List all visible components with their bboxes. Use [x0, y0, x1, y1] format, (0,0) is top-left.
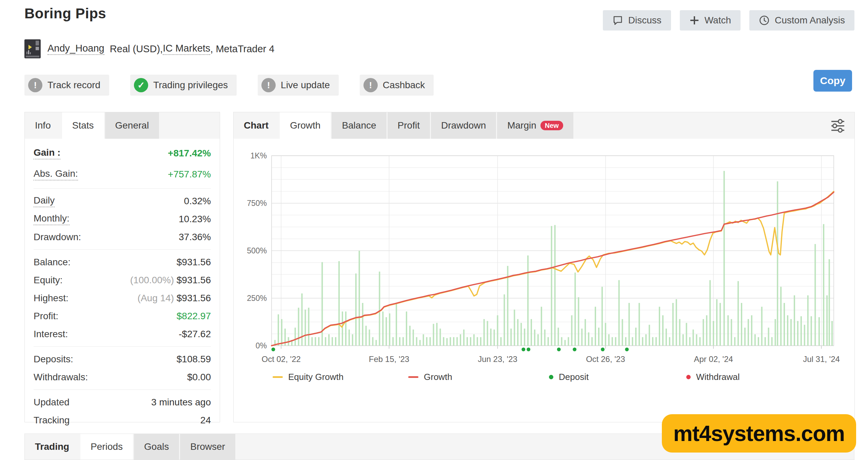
volume-bar: [439, 329, 441, 346]
volume-bar: [470, 337, 471, 346]
watch-button[interactable]: Watch: [680, 10, 741, 31]
stat-row-deposits: Deposits:$108.59: [34, 350, 211, 368]
stat-label[interactable]: Monthly:: [34, 213, 70, 225]
tab-label: Profit: [398, 120, 420, 131]
copy-button[interactable]: Copy: [813, 70, 852, 92]
stat-label: Profit:: [34, 311, 58, 322]
info-tab-stats[interactable]: Stats: [62, 112, 104, 139]
y-axis-label: 1K%: [250, 151, 267, 160]
volume-bar: [311, 337, 313, 346]
volume-bar: [392, 337, 394, 346]
badge-cashback[interactable]: !Cashback: [360, 75, 434, 96]
stat-label[interactable]: Abs. Gain:: [34, 168, 78, 180]
legend-label: Deposit: [559, 372, 589, 382]
volume-bar: [554, 225, 556, 346]
stats-divider: [34, 389, 211, 390]
chart-tab-profit[interactable]: Profit: [388, 112, 430, 139]
x-axis-label: Apr 02, '24: [694, 354, 733, 364]
filter-sliders-icon: [830, 130, 846, 135]
volume-bar: [541, 307, 542, 346]
volume-bar: [500, 337, 501, 346]
volume-bar: [588, 332, 589, 346]
alert-circle-icon: !: [261, 78, 276, 92]
tab-label: Drawdown: [441, 120, 486, 131]
bottom-tab-browser[interactable]: Browser: [180, 434, 235, 460]
volume-bar: [676, 299, 677, 346]
volume-bar: [534, 329, 535, 346]
info-tab-general[interactable]: General: [105, 112, 159, 139]
volume-bar: [379, 272, 380, 346]
badge-live-update[interactable]: !Live update: [258, 75, 339, 96]
volume-bar: [278, 314, 279, 346]
account-username-link[interactable]: Andy_Hoang: [47, 43, 104, 55]
volume-bar: [585, 319, 586, 346]
volume-bar: [716, 299, 717, 346]
stat-label[interactable]: Gain :: [34, 147, 60, 159]
chart-tab-balance[interactable]: Balance: [332, 112, 386, 139]
custom-analysis-button[interactable]: Custom Analysis: [749, 10, 854, 31]
stat-value-note: (100.00%): [130, 275, 177, 285]
legend-item-equity-growth[interactable]: Equity Growth: [273, 372, 343, 382]
stat-row-withdrawals: Withdrawals:$0.00: [34, 368, 211, 386]
x-axis-label: Oct 02, '22: [262, 354, 301, 364]
volume-bar: [672, 303, 674, 346]
volume-bar: [321, 262, 323, 346]
stat-value: (Aug 14) $931.56: [138, 293, 211, 304]
watch-label: Watch: [705, 15, 731, 26]
tab-label: Growth: [290, 120, 320, 131]
info-tab-info[interactable]: Info: [25, 112, 61, 139]
volume-bar: [713, 321, 714, 346]
bottom-tab-periods[interactable]: Periods: [80, 434, 133, 460]
badge-trading-privileges[interactable]: ✓Trading privileges: [130, 75, 237, 96]
volume-bar: [548, 337, 549, 346]
volume-bar: [625, 337, 627, 346]
stat-row-interest: Interest:-$27.62: [34, 325, 211, 343]
volume-bar: [524, 329, 525, 346]
broker-link[interactable]: IC Markets: [163, 43, 210, 55]
volume-bar: [504, 294, 505, 346]
chart-legend: Equity GrowthGrowthDepositWithdrawal: [234, 372, 854, 387]
info-panel: InfoStatsGeneral Gain :+817.42%Abs. Gain…: [24, 112, 220, 422]
volume-bar: [490, 329, 492, 346]
info-tab-bar: InfoStatsGeneral: [25, 112, 220, 139]
stat-row-updated: Updated3 minutes ago: [34, 393, 211, 411]
bottom-tab-goals[interactable]: Goals: [134, 434, 179, 460]
growth-chart[interactable]: 1K%750%500%250%0%Oct 02, '22Feb 15, '23J…: [234, 139, 854, 376]
stat-row-tracking: Tracking24: [34, 411, 211, 429]
volume-bar: [436, 323, 437, 346]
discuss-button[interactable]: Discuss: [603, 10, 671, 31]
chart-settings-button[interactable]: [830, 118, 846, 134]
volume-bar: [281, 319, 282, 346]
chart-tab-margin[interactable]: MarginNew: [497, 112, 573, 139]
volume-bar: [818, 317, 820, 346]
volume-bar: [484, 319, 485, 346]
stat-value: 37.36%: [179, 232, 211, 243]
chart-tab-drawdown[interactable]: Drawdown: [431, 112, 496, 139]
stat-row-highest: Highest:(Aug 14) $931.56: [34, 289, 211, 307]
stat-label[interactable]: Daily: [34, 195, 55, 207]
stats-list: Gain :+817.42%Abs. Gain:+757.87%Daily0.3…: [25, 139, 220, 429]
volume-bar: [551, 226, 552, 346]
legend-item-growth[interactable]: Growth: [408, 372, 452, 382]
y-axis-label: 0%: [256, 341, 267, 350]
volume-bar: [531, 319, 532, 346]
legend-dot-swatch: [549, 375, 553, 379]
volume-bar: [775, 319, 776, 346]
volume-bar: [487, 321, 488, 346]
legend-item-deposit[interactable]: Deposit: [549, 372, 589, 382]
volume-bar: [797, 321, 798, 346]
tab-label: Margin: [507, 120, 536, 131]
x-axis-label: Feb 15, '23: [369, 354, 409, 364]
tab-label: Stats: [72, 120, 94, 131]
chart-tab-growth[interactable]: Growth: [280, 112, 331, 139]
volume-bar: [366, 326, 367, 346]
stat-value-note: (Aug 14): [138, 293, 177, 303]
badge-track-record[interactable]: !Track record: [24, 75, 109, 96]
volume-bar: [703, 319, 704, 346]
volume-bar: [706, 315, 707, 346]
volume-bar: [561, 337, 563, 346]
legend-label: Withdrawal: [696, 372, 740, 382]
legend-item-withdrawal[interactable]: Withdrawal: [686, 372, 740, 382]
volume-bar: [814, 244, 816, 346]
volume-bar: [628, 303, 630, 346]
